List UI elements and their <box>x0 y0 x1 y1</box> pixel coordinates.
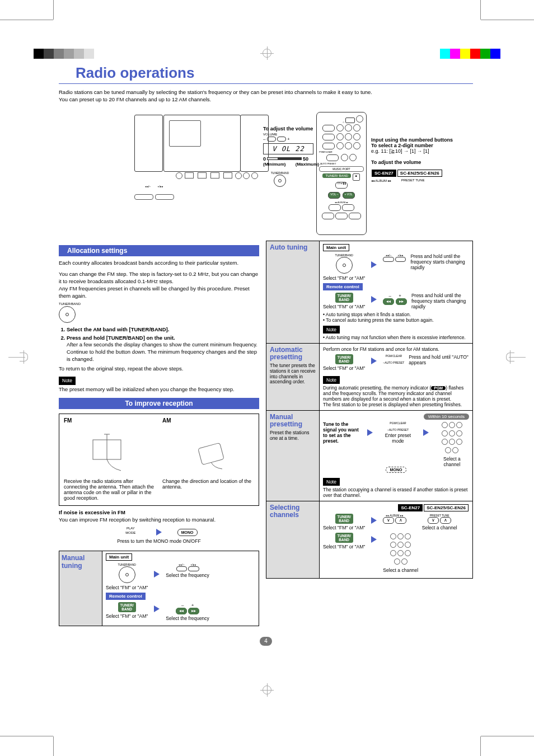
fm-antenna-illustration <box>64 426 156 476</box>
am-antenna-illustration <box>162 426 254 476</box>
main-unit-illustration: ◂◂/– +/▸▸ To adjust the volume VOLUME – … <box>134 115 269 187</box>
page-title: Radio operations <box>76 64 473 82</box>
right-operations-table: Auto tuning Main unit TUNER/BAND Select … <box>266 241 473 579</box>
svg-rect-3 <box>198 443 224 464</box>
page-number: 4 <box>260 637 272 646</box>
registration-cross-right <box>506 353 514 361</box>
registration-cross-left <box>20 353 28 361</box>
registration-cross-top <box>263 49 271 58</box>
reception-header: To improve reception <box>59 398 259 409</box>
intro-text: Radio stations can be tuned manually by … <box>59 88 473 104</box>
allocation-header: Allocation settings <box>59 245 259 256</box>
registration-cross-bottom <box>263 685 271 694</box>
registration-squares-left <box>34 49 94 59</box>
allocation-body: Each country allocates broadcast bands a… <box>59 260 259 393</box>
reception-box: FM Receive the radio stations after conn… <box>59 414 259 506</box>
manual-tuning-box: Manual tuning Main unit TUNER/BAND Selec… <box>59 551 259 626</box>
remote-illustration: ○ PGM/CLEAR –AUTO PRESET MUSIC PORT TUNE… <box>316 112 367 235</box>
noise-section: If noise is excessive in FM You can impr… <box>59 509 259 545</box>
remote-callout-text: Input using the numbered buttons To sele… <box>371 137 461 235</box>
registration-squares-right <box>440 49 500 59</box>
